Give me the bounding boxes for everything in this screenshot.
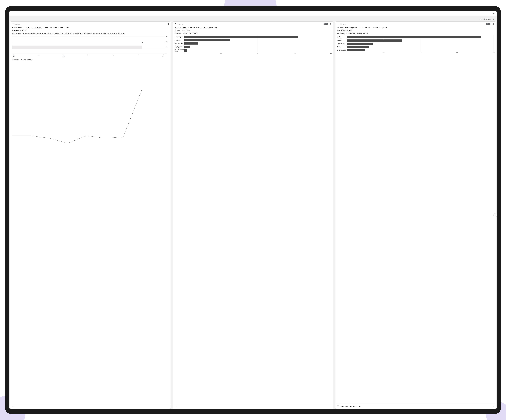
bar-fill bbox=[347, 49, 365, 51]
svg-point-2 bbox=[493, 13, 494, 13]
expand-icon[interactable] bbox=[175, 406, 176, 407]
insight-card: INSIGHT New users for the campaign m bbox=[10, 21, 171, 409]
go-to-report-link[interactable]: Go to conversion paths report bbox=[341, 405, 490, 407]
anomaly-marker bbox=[141, 42, 143, 43]
expand-icon[interactable] bbox=[12, 406, 14, 407]
insight-card: INSIGHT New Organic Search appeared i bbox=[335, 21, 496, 409]
screen: View all insights bbox=[9, 11, 497, 409]
sparkle-icon bbox=[12, 23, 14, 25]
bar-row: google/cpc bbox=[175, 39, 331, 41]
card-footer bbox=[10, 404, 171, 409]
arrow-right-icon bbox=[492, 18, 494, 20]
bar-row: Organic Search bbox=[337, 36, 494, 39]
bar-fill bbox=[184, 42, 198, 45]
card-date-range: From April 1 to 30, 2022 bbox=[175, 30, 331, 31]
insight-badge: INSIGHT bbox=[340, 23, 346, 25]
chevron-right-icon bbox=[495, 214, 496, 216]
x-axis-ticks: 010K20K30K40K bbox=[184, 53, 331, 54]
bar-row: baidu/organic bbox=[175, 42, 331, 45]
svg-point-1 bbox=[493, 13, 493, 13]
bar-label: Paid Search bbox=[337, 43, 347, 45]
bar-chart: google/organicgoogle/cpcbaidu/organicana… bbox=[175, 36, 331, 52]
bar-row: Paid Search bbox=[337, 42, 494, 45]
new-badge: New bbox=[486, 23, 490, 25]
svg-line-12 bbox=[330, 23, 331, 24]
svg-point-14 bbox=[493, 23, 493, 24]
card-description: We forecasted that new users for the cam… bbox=[12, 33, 169, 35]
card-header: INSIGHT New bbox=[173, 21, 333, 25]
card-date-range: From April 3 to 9, 2022 bbox=[12, 30, 169, 31]
expected-legend-icon bbox=[21, 59, 23, 60]
svg-point-11 bbox=[331, 24, 331, 25]
card-title: Google/organic drove the most conversion… bbox=[175, 26, 331, 29]
svg-line-18 bbox=[493, 24, 493, 25]
card-header: INSIGHT New bbox=[335, 21, 496, 25]
bar-row: youtube.com/referral bbox=[175, 49, 331, 52]
bar-fill bbox=[184, 46, 190, 48]
insights-actions: View all insights bbox=[9, 16, 497, 21]
insight-badge: INSIGHT bbox=[15, 23, 21, 25]
x-axis-ticks: 00.20.40.60.8 bbox=[347, 52, 494, 54]
card-title: New users for the campaign medium "organ… bbox=[12, 26, 169, 29]
insight-cards-row: INSIGHT New users for the campaign m bbox=[9, 21, 497, 409]
bar-label: youtube.com/referral bbox=[175, 49, 184, 52]
insight-card: INSIGHT New Google/organ bbox=[173, 21, 333, 409]
bar-fill bbox=[184, 36, 298, 38]
y-axis-ticks: 6K4K2K0 bbox=[165, 37, 169, 54]
bar-row: Organic Social bbox=[337, 49, 494, 52]
bar-label: Referral bbox=[337, 40, 347, 41]
svg-line-8 bbox=[167, 24, 168, 25]
share-icon[interactable] bbox=[492, 23, 494, 25]
share-icon[interactable] bbox=[329, 23, 331, 25]
sparkle-icon bbox=[337, 23, 339, 25]
card-title: Organic Search appeared in 73.06% of you… bbox=[337, 26, 494, 29]
bar-fill bbox=[347, 43, 373, 45]
bar-fill bbox=[347, 40, 402, 42]
bar-fill bbox=[184, 39, 230, 41]
bar-label: Organic Search bbox=[337, 36, 347, 39]
insight-badge: INSIGHT bbox=[178, 23, 184, 25]
card-header: INSIGHT bbox=[10, 21, 171, 25]
bar-chart: Organic SearchReferralPaid SearchEmailOr… bbox=[337, 36, 494, 52]
svg-point-5 bbox=[167, 24, 167, 24]
card-date-range: From April 1 to 30, 2022 bbox=[337, 30, 494, 31]
view-all-insights-link[interactable]: View all insights bbox=[480, 18, 494, 20]
expand-icon[interactable] bbox=[337, 406, 339, 407]
bar-label: Email bbox=[337, 46, 347, 48]
bar-row: Email bbox=[337, 46, 494, 48]
bar-row: google/organic bbox=[175, 36, 331, 38]
svg-point-4 bbox=[168, 23, 168, 24]
sparkle-icon bbox=[175, 23, 177, 25]
bar-fill bbox=[184, 49, 187, 52]
arrow-right-icon[interactable] bbox=[492, 406, 494, 407]
card-footer: Go to conversion paths report bbox=[335, 404, 496, 409]
svg-point-6 bbox=[168, 24, 168, 25]
app-header bbox=[9, 11, 497, 16]
svg-point-10 bbox=[330, 24, 330, 24]
svg-line-7 bbox=[167, 23, 168, 24]
svg-line-17 bbox=[493, 23, 493, 24]
bar-row: analytics.google.com/r… bbox=[175, 45, 331, 48]
view-all-label: View all insights bbox=[480, 18, 491, 20]
bar-label: Organic Social bbox=[337, 49, 347, 51]
chart-title: Conversions by source / medium bbox=[175, 33, 331, 34]
bar-fill bbox=[347, 36, 481, 38]
analytics-sparkline-icon[interactable] bbox=[493, 12, 495, 15]
tablet-frame: View all insights bbox=[5, 6, 501, 414]
chart-title: Percentage of conversion paths by channe… bbox=[337, 33, 494, 34]
bar-row: Referral bbox=[337, 39, 494, 42]
bar-label: baidu/organic bbox=[175, 43, 184, 44]
svg-point-15 bbox=[492, 24, 493, 24]
svg-point-0 bbox=[493, 13, 493, 13]
svg-line-13 bbox=[330, 24, 331, 25]
line-chart: 6K4K2K0 bbox=[12, 37, 169, 54]
bar-fill bbox=[347, 46, 369, 48]
next-cards-button[interactable] bbox=[493, 213, 497, 217]
bar-label: analytics.google.com/r… bbox=[175, 45, 184, 48]
share-icon[interactable] bbox=[167, 23, 169, 25]
svg-point-16 bbox=[493, 24, 493, 25]
card-footer bbox=[173, 404, 333, 409]
new-badge: New bbox=[323, 23, 328, 25]
bar-label: google/organic bbox=[175, 36, 184, 38]
svg-point-9 bbox=[331, 23, 331, 24]
